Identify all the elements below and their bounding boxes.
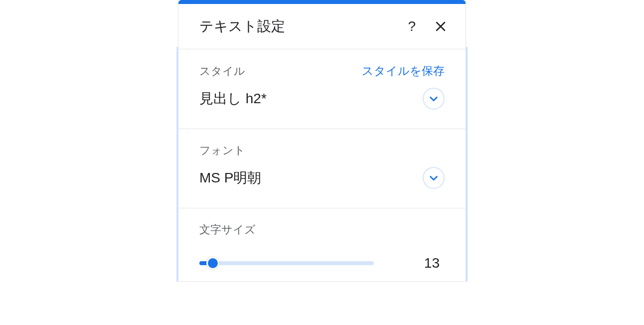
font-section: フォント MS P明朝 bbox=[178, 129, 466, 208]
style-label: スタイル bbox=[199, 64, 245, 79]
panel-right-accent bbox=[466, 47, 468, 282]
style-section-header: スタイル スタイルを保存 bbox=[199, 63, 445, 79]
slider-track bbox=[199, 261, 374, 265]
style-dropdown-toggle[interactable] bbox=[423, 88, 445, 110]
slider-thumb[interactable] bbox=[206, 257, 219, 270]
size-label: 文字サイズ bbox=[199, 222, 445, 237]
header-icons: ? bbox=[408, 18, 447, 34]
panel-title: テキスト設定 bbox=[199, 17, 285, 36]
panel-header: テキスト設定 ? bbox=[178, 4, 466, 49]
panel-top-accent bbox=[178, 0, 466, 4]
chevron-down-icon bbox=[428, 172, 439, 183]
text-settings-panel: テキスト設定 ? スタイル スタイルを保存 見出し h2* bbox=[178, 0, 466, 282]
font-section-header: フォント bbox=[199, 143, 445, 158]
font-dropdown-toggle[interactable] bbox=[423, 167, 445, 189]
chevron-down-icon bbox=[428, 93, 439, 104]
style-dropdown[interactable]: 見出し h2* bbox=[199, 88, 445, 110]
size-value: 13 bbox=[424, 255, 445, 271]
panel-left-accent bbox=[176, 47, 178, 282]
style-section: スタイル スタイルを保存 見出し h2* bbox=[178, 49, 466, 129]
size-section: 文字サイズ 13 bbox=[178, 208, 466, 282]
font-dropdown-value: MS P明朝 bbox=[199, 168, 261, 187]
style-dropdown-value: 見出し h2* bbox=[199, 89, 267, 108]
close-icon[interactable] bbox=[435, 20, 447, 32]
size-slider-row: 13 bbox=[199, 255, 445, 271]
size-slider[interactable] bbox=[199, 256, 374, 271]
save-style-link[interactable]: スタイルを保存 bbox=[362, 63, 445, 79]
font-dropdown[interactable]: MS P明朝 bbox=[199, 167, 445, 189]
help-icon[interactable]: ? bbox=[408, 18, 416, 34]
font-label: フォント bbox=[199, 143, 245, 158]
